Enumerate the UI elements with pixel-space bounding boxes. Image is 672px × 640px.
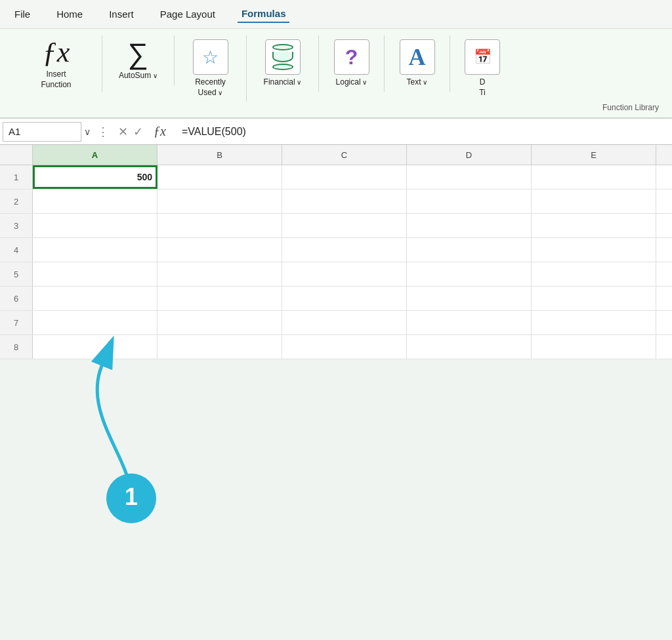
cell-d4[interactable]	[407, 238, 532, 262]
cell-b1[interactable]	[158, 165, 282, 189]
confirm-formula-icon[interactable]: ✓	[133, 125, 143, 139]
q-icon-wrap: ?	[334, 39, 369, 75]
col-header-e[interactable]: E	[532, 145, 656, 165]
cell-e1[interactable]	[532, 165, 656, 189]
cell-d2[interactable]	[407, 190, 532, 213]
col-header-c[interactable]: C	[282, 145, 407, 165]
date-time-button[interactable]: 📅 DTi	[459, 35, 505, 102]
cell-ref-value: A1	[9, 126, 20, 137]
cell-c8[interactable]	[282, 335, 407, 359]
formula-bar: A1 ∨ ⋮ ✕ ✓ ƒx	[0, 119, 672, 145]
cell-b7[interactable]	[158, 311, 282, 334]
text-button[interactable]: A Text	[394, 35, 440, 92]
spreadsheet-body: 1 500 2 3 4	[0, 165, 672, 359]
cell-ref-dropdown-arrow[interactable]: ∨	[81, 127, 93, 137]
menu-page-layout[interactable]: Page Layout	[156, 6, 219, 22]
cell-a5[interactable]	[33, 262, 158, 286]
col-header-d[interactable]: D	[407, 145, 532, 165]
cell-b8[interactable]	[158, 335, 282, 359]
menu-insert[interactable]: Insert	[105, 6, 138, 22]
financial-button[interactable]: Financial	[259, 35, 307, 92]
cell-b6[interactable]	[158, 287, 282, 310]
cell-b3[interactable]	[158, 214, 282, 237]
cell-d3[interactable]	[407, 214, 532, 237]
calendar-icon: 📅	[474, 49, 492, 66]
cell-e3[interactable]	[532, 214, 656, 237]
cell-a1[interactable]: 500	[33, 165, 158, 189]
formula-icons: ✕ ✓ ƒx	[113, 124, 177, 139]
cell-d1[interactable]	[407, 165, 532, 189]
question-icon: ?	[345, 45, 358, 70]
logical-label: Logical	[336, 77, 368, 88]
autosum-label: AutoSum	[119, 71, 158, 81]
formula-input[interactable]	[177, 126, 669, 138]
cell-b5[interactable]	[158, 262, 282, 286]
function-library-label: Function Library	[0, 102, 672, 115]
cell-e5[interactable]	[532, 262, 656, 286]
annotation-circle	[106, 473, 156, 523]
sigma-icon: ∑	[128, 39, 148, 68]
row-num-5: 5	[0, 262, 33, 286]
cell-b4[interactable]	[158, 238, 282, 262]
cell-d8[interactable]	[407, 335, 532, 359]
annotation-number: 1	[125, 483, 138, 510]
insert-function-label: InsertFunction	[41, 70, 71, 90]
ribbon-group-financial: Financial	[247, 35, 319, 92]
cell-c5[interactable]	[282, 262, 407, 286]
cell-c1[interactable]	[282, 165, 407, 189]
cell-e4[interactable]	[532, 238, 656, 262]
star-icon-wrap: ☆	[193, 39, 228, 75]
cell-e7[interactable]	[532, 311, 656, 334]
row-num-2: 2	[0, 190, 33, 213]
cell-c3[interactable]	[282, 214, 407, 237]
row-num-4: 4	[0, 238, 33, 262]
ribbon: ƒx InsertFunction ∑ AutoSum ☆ RecentlyUs…	[0, 29, 672, 119]
cell-d7[interactable]	[407, 311, 532, 334]
insert-function-button[interactable]: ƒx InsertFunction	[30, 35, 81, 92]
cell-e8[interactable]	[532, 335, 656, 359]
autosum-button[interactable]: ∑ AutoSum	[114, 35, 163, 85]
corner-header	[0, 145, 33, 165]
menu-bar: File Home Insert Page Layout Formulas	[0, 0, 672, 29]
cell-reference-box[interactable]: A1	[3, 122, 81, 142]
cell-e6[interactable]	[532, 287, 656, 310]
cell-c2[interactable]	[282, 190, 407, 213]
recently-used-button[interactable]: ☆ RecentlyUsed	[188, 35, 234, 102]
table-row: 7	[0, 311, 672, 335]
cell-a7[interactable]	[33, 311, 158, 334]
star-icon: ☆	[202, 47, 219, 68]
menu-home[interactable]: Home	[52, 6, 87, 22]
formula-fx-icon[interactable]: ƒx	[148, 124, 171, 139]
fx-icon: ƒx	[43, 38, 70, 67]
text-a-icon: A	[409, 43, 426, 71]
logical-button[interactable]: ? Logical	[329, 35, 375, 92]
spreadsheet: A B C D E 1 500 2 3	[0, 145, 672, 359]
row-num-8: 8	[0, 335, 33, 359]
menu-file[interactable]: File	[10, 6, 34, 22]
ribbon-group-logical: ? Logical	[319, 35, 385, 92]
cell-a8[interactable]	[33, 335, 158, 359]
cell-c7[interactable]	[282, 311, 407, 334]
row-num-7: 7	[0, 311, 33, 334]
col-header-a[interactable]: A	[33, 145, 158, 165]
menu-formulas[interactable]: Formulas	[238, 5, 290, 23]
ribbon-group-autosum: ∑ AutoSum	[102, 35, 175, 85]
cell-a3[interactable]	[33, 214, 158, 237]
cell-e2[interactable]	[532, 190, 656, 213]
column-headers: A B C D E	[0, 145, 672, 165]
cell-c4[interactable]	[282, 238, 407, 262]
cell-d6[interactable]	[407, 287, 532, 310]
table-row: 6	[0, 287, 672, 311]
cell-a6[interactable]	[33, 287, 158, 310]
cell-c6[interactable]	[282, 287, 407, 310]
cell-a2[interactable]	[33, 190, 158, 213]
col-header-b[interactable]: B	[158, 145, 282, 165]
text-icon-wrap: A	[400, 39, 435, 75]
ribbon-group-insert-function: ƒx InsertFunction	[10, 35, 102, 92]
cell-d5[interactable]	[407, 262, 532, 286]
cell-b2[interactable]	[158, 190, 282, 213]
cell-a4[interactable]	[33, 238, 158, 262]
cancel-formula-icon[interactable]: ✕	[118, 125, 128, 139]
table-row: 2	[0, 190, 672, 214]
formula-bar-separator: ⋮	[93, 125, 113, 139]
